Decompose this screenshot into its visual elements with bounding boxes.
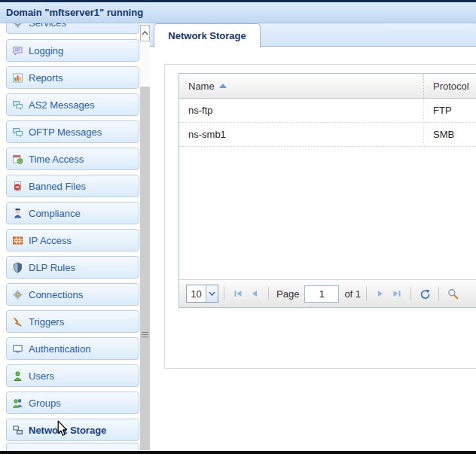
sidebar-item-label: Banned Files — [29, 181, 86, 192]
sidebar-item-network-storage[interactable]: Network Storage — [6, 419, 139, 441]
previous-page-icon — [249, 288, 260, 299]
sidebar-item-label: Logging — [29, 45, 63, 56]
separator — [366, 287, 367, 300]
sidebar-item-label: Time Access — [29, 154, 84, 165]
sidebar-item-label: Triggers — [29, 316, 64, 328]
sidebar-item-triggers[interactable]: Triggers — [6, 310, 139, 333]
last-page-button[interactable] — [389, 285, 405, 302]
services-icon — [12, 23, 23, 29]
sidebar-item-label: Network Storage — [29, 425, 106, 436]
scrollbar-grip-icon — [142, 332, 148, 339]
time-access-icon — [12, 154, 23, 165]
column-header-name[interactable]: Name — [179, 74, 424, 98]
next-page-button[interactable] — [372, 285, 389, 302]
cell-name: ns-smb1 — [179, 123, 424, 146]
compliance-icon — [12, 208, 23, 219]
separator — [268, 287, 269, 300]
sidebar-item-as2-messages[interactable]: AS2 Messages — [6, 93, 139, 116]
cell-name: ns-ftp — [179, 99, 424, 122]
separator — [410, 287, 411, 300]
pager-toolbar: 10 Page of 1 — [179, 279, 476, 307]
sidebar-item-authentication[interactable]: Authentication — [6, 337, 139, 360]
content-area: Name Protocol ns-ftpFTPns-smb1SMB 10 — [150, 47, 476, 451]
sidebar-item-label: Reports — [29, 72, 63, 84]
users-icon — [12, 370, 23, 382]
sidebar-item-banned-files[interactable]: Banned Files — [6, 175, 139, 197]
network-storage-grid: Name Protocol ns-ftpFTPns-smb1SMB 10 — [178, 73, 476, 308]
window-title: Domain "mftserver1" running — [6, 7, 143, 18]
sidebar-item-label: Services — [29, 23, 66, 29]
as2-messages-icon — [12, 99, 23, 111]
sidebar-item-logging[interactable]: Logging — [6, 39, 139, 62]
dlp-rules-icon — [12, 262, 23, 273]
network-storage-icon — [12, 425, 23, 436]
sidebar-item-reports[interactable]: Reports — [6, 66, 139, 89]
connections-icon — [12, 289, 23, 300]
grid-body: ns-ftpFTPns-smb1SMB — [179, 99, 476, 147]
first-page-button[interactable] — [230, 285, 246, 302]
sidebar-nav: ServicesLoggingReportsAS2 MessagesOFTP M… — [0, 23, 140, 451]
sidebar-item-label: Users — [29, 370, 54, 382]
sidebar-item-ip-access[interactable]: IP Access — [6, 229, 139, 251]
separator — [224, 287, 224, 300]
page-size-value: 10 — [187, 285, 206, 302]
scrollbar-up-button[interactable] — [140, 25, 150, 41]
last-page-icon — [392, 288, 402, 299]
chevron-down-icon — [206, 285, 218, 302]
table-row[interactable]: ns-smb1SMB — [179, 123, 476, 147]
search-icon — [447, 288, 459, 300]
sidebar-item-time-access[interactable]: Time Access — [6, 148, 139, 170]
sidebar-item-label: Authentication — [29, 343, 90, 355]
sidebar-item-label: Compliance — [29, 208, 81, 219]
cell-protocol: FTP — [424, 99, 476, 122]
sidebar-item-services[interactable]: Services — [6, 23, 139, 34]
sidebar-scrollbar[interactable] — [140, 23, 150, 451]
window-title-bar: Domain "mftserver1" running — [0, 0, 476, 23]
of-total-label: of 1 — [344, 288, 361, 300]
sidebar-item-groups[interactable]: Groups — [6, 392, 139, 414]
column-header-protocol-label: Protocol — [433, 81, 469, 92]
column-header-name-label: Name — [188, 81, 215, 92]
cell-protocol: SMB — [424, 123, 476, 146]
sidebar-item-label: DLP Rules — [29, 262, 75, 273]
triggers-icon — [12, 316, 23, 328]
next-page-icon — [375, 288, 386, 299]
tab-network-storage[interactable]: Network Storage — [154, 23, 261, 47]
sidebar-item-label: IP Access — [29, 235, 72, 246]
banned-files-icon — [12, 181, 23, 192]
chevron-up-icon — [142, 31, 148, 35]
sidebar-item-oftp-messages[interactable]: OFTP Messages — [6, 120, 139, 143]
sidebar-item-users[interactable]: Users — [6, 364, 139, 387]
table-row[interactable]: ns-ftpFTP — [179, 99, 476, 123]
search-filter-button[interactable] — [444, 285, 461, 302]
tab-label: Network Storage — [168, 30, 246, 41]
oftp-messages-icon — [12, 126, 23, 138]
page-label: Page — [276, 288, 299, 300]
refresh-icon — [420, 288, 431, 300]
ip-access-icon — [12, 235, 23, 246]
sidebar-item-dlp-rules[interactable]: DLP Rules — [6, 256, 139, 279]
sidebar-item-label: AS2 Messages — [29, 99, 94, 111]
page-size-select[interactable]: 10 — [186, 285, 218, 303]
sidebar-item-connections[interactable]: Connections — [6, 283, 139, 306]
sidebar-item-label: Connections — [29, 289, 83, 300]
refresh-button[interactable] — [416, 285, 433, 302]
sidebar-item-directory-monitors[interactable]: Directory Monitors — [6, 443, 139, 451]
window-bottom-edge — [0, 451, 476, 454]
sidebar-item-label: OFTP Messages — [29, 126, 102, 138]
separator — [438, 287, 439, 300]
grid-header: Name Protocol — [179, 74, 476, 99]
first-page-icon — [233, 288, 243, 299]
sidebar-item-label: Groups — [29, 398, 61, 409]
page-number-input[interactable] — [304, 285, 339, 303]
logging-icon — [12, 45, 23, 56]
reports-icon — [12, 72, 23, 84]
sidebar-item-compliance[interactable]: Compliance — [6, 202, 139, 224]
sort-ascending-icon — [219, 84, 227, 88]
scrollbar-thumb[interactable] — [140, 87, 150, 450]
groups-icon — [12, 398, 23, 409]
previous-page-button[interactable] — [246, 285, 263, 302]
authentication-icon — [12, 343, 23, 355]
column-header-protocol[interactable]: Protocol — [424, 74, 476, 98]
